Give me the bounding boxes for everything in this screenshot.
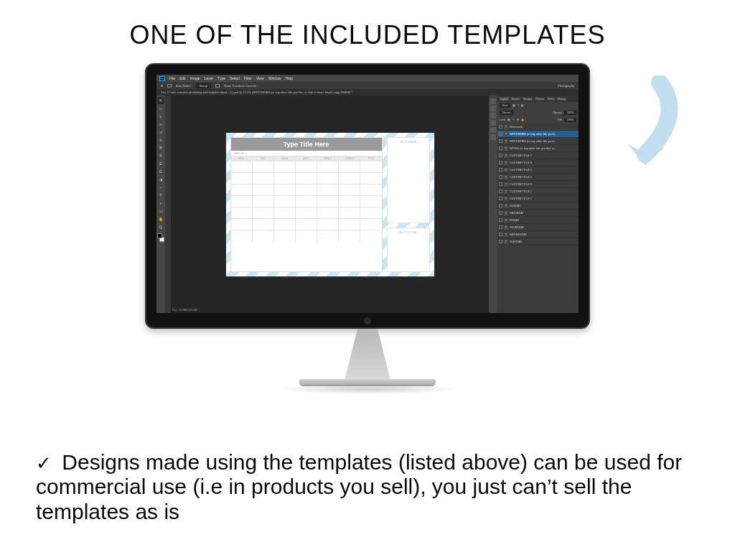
visibility-icon[interactable] [499, 204, 502, 207]
fill-field[interactable]: 100% [564, 118, 576, 122]
lock-icon[interactable]: ▦ [507, 118, 510, 121]
visibility-icon[interactable] [499, 233, 502, 236]
panel-icon[interactable] [490, 127, 496, 133]
tools-panel[interactable]: ⇱ □ L ✂ ↗ ✎ B S E G ◑ ○ T [156, 95, 165, 313]
visibility-icon[interactable] [499, 125, 502, 129]
auto-select-dropdown[interactable]: Group [196, 83, 211, 88]
layer-row[interactable]: TCUSTOM TITLE 3 [497, 181, 579, 188]
dodge-tool-icon[interactable]: ◑ [157, 176, 164, 183]
visibility-icon[interactable] [499, 132, 502, 136]
panel-icon[interactable] [490, 98, 496, 104]
quickmask-icon[interactable]: Q [157, 223, 164, 230]
layer-row[interactable]: TCUSTOM TITLE 7 [497, 152, 579, 159]
menu-filter[interactable]: Filter [244, 76, 252, 80]
crop-tool-icon[interactable]: ✂ [157, 121, 164, 128]
visibility-icon[interactable] [499, 161, 502, 164]
gradient-tool-icon[interactable]: G [157, 168, 164, 175]
visibility-icon[interactable] [499, 211, 502, 215]
menu-file[interactable]: File [169, 76, 175, 80]
panel-icon[interactable] [490, 113, 496, 118]
visibility-icon[interactable] [499, 218, 502, 222]
lock-icon[interactable]: ✎ [512, 118, 515, 121]
hand-tool-icon[interactable]: ✋ [157, 215, 164, 223]
path-tool-icon[interactable]: ▹ [157, 200, 164, 207]
layer-row[interactable]: TCUSTOM TITLE 1 [497, 195, 579, 202]
visibility-icon[interactable] [499, 225, 502, 229]
workspace-switcher[interactable]: Photography [558, 84, 574, 88]
tab-paths[interactable]: Paths [546, 97, 556, 101]
layer-row[interactable]: TWEDNESDAY [497, 231, 579, 238]
pencil-tool-icon[interactable]: ✎ [157, 136, 164, 144]
visibility-icon[interactable] [499, 197, 502, 200]
layer-row[interactable]: TCUSTOM TITLE 6 [497, 159, 579, 167]
menu-layer[interactable]: Layer [205, 76, 214, 80]
tab-navigator[interactable]: Navigat [522, 97, 533, 101]
auto-select-checkbox[interactable] [167, 84, 172, 88]
pen-tool-icon[interactable]: ○ [157, 184, 164, 191]
move-tool-icon[interactable]: ⇱ [157, 97, 164, 104]
menu-edit[interactable]: Edit [179, 76, 186, 80]
filter-icon[interactable]: T [518, 104, 519, 107]
marquee-tool-icon[interactable]: □ [157, 105, 164, 112]
menu-help[interactable]: Help [286, 76, 293, 80]
layer-row[interactable]: TGROCERIES (or any other title you li... [497, 138, 579, 145]
visibility-icon[interactable] [499, 146, 502, 150]
show-transform-checkbox[interactable] [215, 84, 220, 88]
layer-row[interactable]: TFRIDAY [497, 217, 579, 224]
document-tab[interactable]: 13 x 17 inch calendar photoshop psd temp… [156, 89, 579, 95]
tab-swatches[interactable]: Swatch [510, 97, 521, 101]
brush-tool-icon[interactable]: B [157, 144, 164, 151]
visibility-icon[interactable] [499, 168, 502, 172]
layer-row[interactable]: TTUESDAY [497, 238, 579, 246]
layer-row[interactable]: TSATURDAY [497, 210, 579, 217]
menu-type[interactable]: Type [217, 76, 225, 80]
lock-icon[interactable]: 🔒 [521, 118, 524, 121]
shape-tool-icon[interactable]: ▭ [157, 207, 164, 215]
layer-mode-row[interactable]: Normal Opacity: 100% [497, 109, 579, 116]
menu-image[interactable]: Image [190, 76, 200, 80]
filter-icon[interactable]: ◧ [521, 104, 524, 107]
visibility-icon[interactable] [499, 175, 502, 179]
layer-row[interactable]: TCUSTOM TITLE 4 [497, 174, 579, 181]
eraser-tool-icon[interactable]: E [157, 160, 164, 167]
filter-icon[interactable]: ▦ [512, 104, 515, 107]
lock-icon[interactable]: ✥ [517, 118, 519, 121]
visibility-icon[interactable] [499, 182, 502, 186]
type-tool-icon[interactable]: T [157, 192, 164, 199]
layer-row[interactable]: TGROCERIES (or any other title you li... [497, 131, 579, 138]
visibility-icon[interactable] [499, 190, 502, 193]
layer-row[interactable]: TWatermark [497, 123, 579, 131]
panel-icon[interactable] [490, 120, 496, 126]
visibility-icon[interactable] [499, 154, 502, 157]
blend-mode-dropdown[interactable]: Normal [500, 111, 513, 115]
layer-row[interactable]: TNOTES (or any other title you like, or.… [497, 145, 579, 152]
lasso-tool-icon[interactable]: L [157, 113, 164, 120]
layer-row[interactable]: TTHURSDAY [497, 224, 579, 231]
layer-row[interactable]: TSUNDAY [497, 202, 579, 210]
opacity-field[interactable]: 100% [564, 111, 576, 115]
tab-channels[interactable]: Channe [534, 97, 546, 101]
menu-window[interactable]: Window [268, 76, 281, 80]
options-bar[interactable]: ✥ Auto-Select: Group Show Transform Cont… [156, 82, 579, 89]
visibility-icon[interactable] [499, 139, 502, 143]
visibility-icon[interactable] [499, 240, 502, 243]
eyedropper-tool-icon[interactable]: ↗ [157, 129, 164, 136]
swatch-icon[interactable] [157, 233, 164, 242]
layer-kind-dropdown[interactable]: Kind [500, 103, 510, 108]
stamp-tool-icon[interactable]: S [157, 152, 164, 159]
menubar[interactable]: Ps File Edit Image Layer Type Select Fil… [156, 75, 579, 82]
panel-tabs[interactable]: Layers Swatch Navigat Channe Paths Histo… [497, 95, 579, 102]
layers-list[interactable]: TWatermarkTGROCERIES (or any other title… [497, 123, 579, 313]
layer-row[interactable]: TCUSTOM TITLE 2 [497, 188, 579, 195]
layer-row[interactable]: TCUSTOM TITLE 5 [497, 167, 579, 174]
menu-select[interactable]: Select [230, 76, 240, 80]
canvas-area[interactable]: Type Title Here WEEK OF: MOM DAD JENNA A… [171, 95, 489, 313]
tab-layers[interactable]: Layers [499, 97, 510, 101]
layer-filter-row[interactable]: Kind ▦ T ◧ [497, 102, 579, 109]
menu-view[interactable]: View [256, 76, 264, 80]
layer-lock-row[interactable]: Lock: ▦ ✎ ✥ 🔒 Fill: 100% [497, 116, 579, 123]
tab-history[interactable]: History [556, 97, 567, 101]
panel-icon[interactable] [490, 134, 496, 140]
panel-icon[interactable] [490, 106, 496, 111]
collapsed-panels[interactable] [489, 95, 497, 313]
